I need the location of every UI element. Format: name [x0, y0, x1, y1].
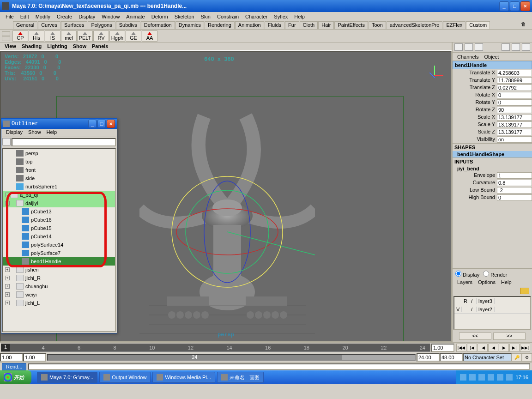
- attr-label[interactable]: Rotate Y: [453, 99, 497, 106]
- attr-value[interactable]: on: [497, 136, 532, 143]
- shelf-tab-fur[interactable]: Fur: [285, 21, 299, 29]
- outliner-minimize[interactable]: _: [88, 120, 97, 128]
- shelf-icon-pelt[interactable]: PELT: [77, 30, 93, 42]
- attr-value[interactable]: 0: [497, 194, 532, 201]
- next-key-button[interactable]: ▶|: [509, 344, 520, 352]
- outliner-item[interactable]: +jichi_L: [3, 299, 115, 307]
- shelf-icon-rv[interactable]: RV: [93, 30, 109, 42]
- frame-input[interactable]: [431, 344, 454, 352]
- menu-file[interactable]: File: [3, 13, 17, 20]
- command-line[interactable]: [28, 363, 530, 370]
- shelf-tab-animation[interactable]: Animation: [235, 21, 264, 29]
- expand-toggle[interactable]: +: [5, 267, 10, 272]
- vp-menu-lighting[interactable]: Lighting: [44, 42, 70, 50]
- attr-value[interactable]: 1: [497, 172, 532, 179]
- outliner-item[interactable]: pCube13: [3, 207, 115, 216]
- outliner-item[interactable]: nurbsSphere1: [3, 182, 115, 191]
- attr-label[interactable]: Translate Y: [453, 77, 497, 84]
- menu-display[interactable]: Display: [76, 13, 98, 20]
- outliner-item[interactable]: bend1Handle: [3, 257, 115, 266]
- outliner-item[interactable]: persp: [3, 149, 115, 157]
- outliner-item[interactable]: +weiyi: [3, 290, 115, 299]
- shelf-tab-deformation[interactable]: Deformation: [141, 21, 175, 29]
- clock[interactable]: 17:16: [515, 375, 528, 380]
- tray-icon[interactable]: [488, 374, 494, 381]
- range-min-input[interactable]: [23, 353, 46, 362]
- shelf-tab-custom[interactable]: Custom: [466, 21, 490, 29]
- layer-menu-layers[interactable]: Layers: [454, 279, 475, 287]
- expand-toggle[interactable]: +: [5, 284, 10, 289]
- expand-toggle[interactable]: -: [5, 201, 10, 206]
- outliner-item[interactable]: front: [3, 166, 115, 174]
- character-set[interactable]: No Character Set: [463, 353, 512, 362]
- object-name[interactable]: bend1Handle: [453, 61, 532, 69]
- shelf-tab-fluids[interactable]: Fluids: [265, 21, 284, 29]
- attr-value[interactable]: -2: [497, 187, 532, 193]
- attr-value[interactable]: 0: [497, 92, 532, 98]
- expand-toggle[interactable]: +: [5, 276, 10, 280]
- range-start-input[interactable]: [0, 353, 23, 362]
- current-frame[interactable]: 1: [1, 344, 10, 351]
- prev-key-button[interactable]: |◀: [478, 344, 488, 352]
- outliner-item[interactable]: pCube16: [3, 216, 115, 224]
- shelf-tab-rendering[interactable]: Rendering: [205, 21, 235, 29]
- attr-label[interactable]: Scale Z: [453, 129, 497, 135]
- attr-label[interactable]: Rotate X: [453, 92, 497, 98]
- play-back-button[interactable]: ◀: [488, 344, 498, 352]
- autokey-button[interactable]: 🔑: [512, 353, 522, 362]
- menu-deform[interactable]: Deform: [149, 13, 171, 20]
- shelf-tab-ezflex[interactable]: EZFlex: [443, 21, 466, 29]
- outliner-close[interactable]: ×: [107, 120, 115, 128]
- task-button[interactable]: Windows Media Pl...: [152, 372, 215, 383]
- attr-label[interactable]: Curvature: [453, 180, 497, 186]
- next-button[interactable]: >>: [493, 332, 526, 340]
- attr-label[interactable]: Scale Y: [453, 121, 497, 128]
- expand-toggle[interactable]: -: [5, 193, 10, 197]
- task-button[interactable]: 未命名 - 画图: [217, 372, 264, 383]
- channel-icon[interactable]: [465, 43, 473, 51]
- shelf-icon-aa[interactable]: AA: [142, 30, 157, 42]
- menu-constrain[interactable]: Constrain: [214, 13, 242, 20]
- tray-icon[interactable]: [460, 374, 466, 381]
- shelf-icon-cp[interactable]: CP: [12, 30, 28, 42]
- time-slider[interactable]: 14681012141618202224 1: [1, 344, 430, 352]
- play-forward-button[interactable]: ▶: [499, 344, 509, 352]
- attr-value[interactable]: 0.02792: [497, 85, 532, 91]
- maximize-button[interactable]: □: [510, 1, 520, 11]
- shelf-tab-general[interactable]: General: [13, 21, 37, 29]
- channel-icon[interactable]: [512, 43, 520, 51]
- shelf-layout-toggle[interactable]: [2, 31, 10, 36]
- channel-icon[interactable]: [502, 43, 510, 51]
- minimize-button[interactable]: _: [499, 1, 509, 11]
- shape-name[interactable]: bend1HandleShape: [453, 151, 532, 157]
- outliner-menu-help[interactable]: Help: [44, 129, 60, 137]
- step-back-button[interactable]: |◀: [467, 344, 477, 352]
- outliner-item[interactable]: polySurface7: [3, 249, 115, 257]
- layer-menu-options[interactable]: Options: [475, 279, 498, 287]
- menu-skeleton[interactable]: Skeleton: [172, 13, 197, 20]
- outliner-item[interactable]: side: [3, 174, 115, 182]
- tray-icon[interactable]: [497, 374, 503, 381]
- new-layer-icon[interactable]: [520, 288, 529, 294]
- forward-end-button[interactable]: ▶▶|: [520, 344, 530, 352]
- vp-menu-view[interactable]: View: [2, 42, 19, 50]
- tray-icon[interactable]: [478, 374, 485, 381]
- attr-value[interactable]: 0.8: [497, 180, 532, 186]
- outliner-menu-display[interactable]: Display: [3, 129, 25, 137]
- attr-label[interactable]: Visibility: [453, 136, 497, 143]
- outliner-item[interactable]: polySurface14: [3, 241, 115, 249]
- expand-toggle[interactable]: +: [5, 301, 10, 305]
- trash-icon[interactable]: 🗑: [521, 21, 528, 29]
- shelf-icon-his[interactable]: His: [29, 30, 44, 42]
- outliner-item[interactable]: top: [3, 157, 115, 166]
- outliner-item[interactable]: pCube15: [3, 224, 115, 232]
- attr-label[interactable]: Translate Z: [453, 85, 497, 91]
- range-slider[interactable]: 24: [47, 354, 416, 361]
- menu-modify[interactable]: Modify: [33, 13, 53, 20]
- attr-label[interactable]: Envelope: [453, 172, 497, 179]
- render-tab[interactable]: Rend...: [2, 363, 26, 370]
- outliner-search-input[interactable]: [12, 138, 116, 146]
- shelf-layout-toggle[interactable]: [2, 36, 10, 41]
- shelf-tab-hair[interactable]: Hair: [318, 21, 334, 29]
- shelf-tab-curves[interactable]: Curves: [38, 21, 60, 29]
